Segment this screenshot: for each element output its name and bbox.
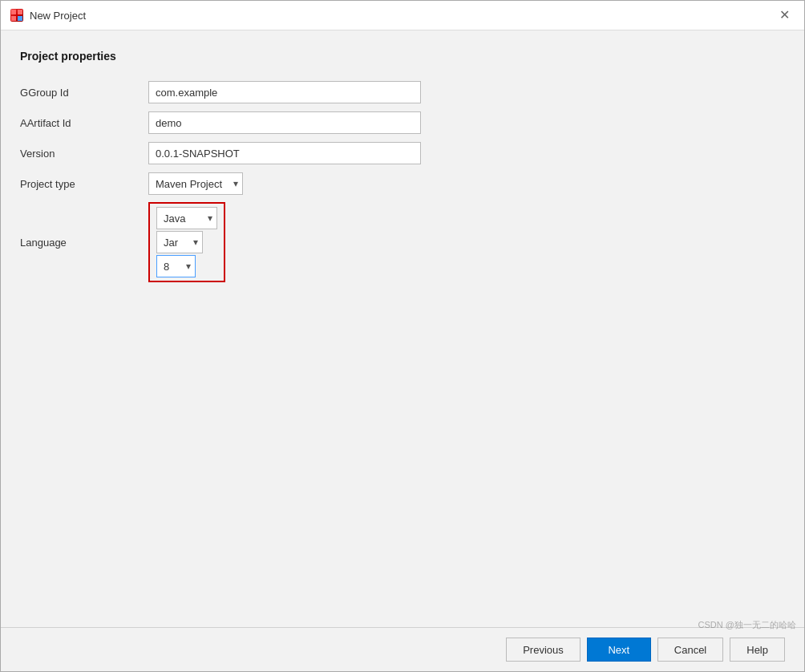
java-version-dropdown-wrapper: 8 11 17 21 bbox=[156, 255, 196, 277]
cancel-button[interactable]: Cancel bbox=[657, 638, 723, 662]
group-id-input[interactable] bbox=[148, 81, 421, 103]
artifact-id-input[interactable] bbox=[148, 111, 421, 134]
title-bar: New Project ✕ bbox=[1, 1, 804, 30]
language-select[interactable]: Java Kotlin Groovy bbox=[156, 207, 217, 229]
previous-button[interactable]: Previous bbox=[506, 638, 580, 662]
title-bar-left: New Project bbox=[10, 9, 86, 22]
language-label: Language bbox=[20, 237, 148, 249]
version-label: Version bbox=[20, 148, 148, 160]
highlighted-group-row: Language Java Kotlin Groovy bbox=[20, 202, 785, 282]
version-row: Version bbox=[20, 140, 785, 167]
artifact-id-row: AArtifact Id bbox=[20, 109, 785, 136]
close-button[interactable]: ✕ bbox=[775, 7, 795, 23]
project-type-label: Project type bbox=[20, 178, 148, 190]
project-type-dropdown-wrapper: Maven Project Gradle Project bbox=[148, 172, 243, 195]
version-input[interactable] bbox=[148, 142, 421, 164]
java-version-select[interactable]: 8 11 17 21 bbox=[156, 255, 196, 277]
help-button[interactable]: Help bbox=[730, 638, 785, 662]
dialog-content: Project properties GGroup Id AArtifact I… bbox=[1, 30, 804, 627]
dialog-window: New Project ✕ Project properties GGroup … bbox=[0, 0, 805, 672]
group-id-row: GGroup Id bbox=[20, 79, 785, 106]
watermark: CSDN @独一无二的哈哈 bbox=[698, 619, 796, 631]
project-type-row: Project type Maven Project Gradle Projec… bbox=[20, 170, 785, 197]
project-type-select[interactable]: Maven Project Gradle Project bbox=[148, 172, 243, 195]
section-title: Project properties bbox=[20, 50, 785, 63]
dialog-title: New Project bbox=[30, 10, 86, 22]
artifact-id-label: AArtifact Id bbox=[20, 117, 148, 129]
next-button[interactable]: Next bbox=[587, 638, 651, 662]
group-id-label: GGroup Id bbox=[20, 87, 148, 99]
packaging-select[interactable]: Jar War bbox=[156, 231, 203, 253]
language-dropdown-wrapper: Java Kotlin Groovy bbox=[156, 207, 217, 229]
packaging-dropdown-wrapper: Jar War bbox=[156, 231, 203, 253]
svg-rect-1 bbox=[18, 10, 22, 14]
form-section: GGroup Id AArtifact Id Version Project t… bbox=[20, 79, 785, 285]
app-icon bbox=[10, 9, 23, 22]
svg-rect-0 bbox=[11, 10, 16, 14]
svg-rect-3 bbox=[18, 16, 22, 21]
footer: Previous Next Cancel Help bbox=[1, 627, 804, 671]
svg-rect-2 bbox=[11, 16, 16, 21]
